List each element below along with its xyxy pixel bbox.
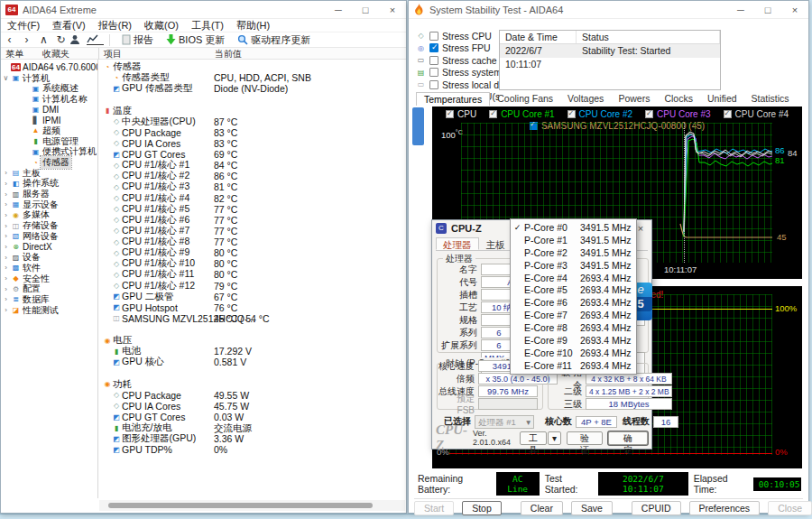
core-menu-item[interactable]: E-Core #8 2693.4 MHz — [511, 321, 636, 334]
tree-expander-icon[interactable]: › — [1, 200, 11, 209]
sensor-row[interactable]: ◇ CPU Package 83 °C — [99, 127, 405, 138]
log-row[interactable]: 2022/6/7 10:11:07 Stability Test: Starte… — [500, 44, 720, 58]
scrollbar-thumb[interactable] — [108, 503, 373, 508]
tools-button[interactable]: 工具 — [520, 431, 547, 445]
tree-expander-icon[interactable]: › — [1, 232, 11, 240]
tree-expander-icon[interactable]: › — [1, 222, 11, 230]
sensor-row[interactable]: ◩ GPU 核心 0.581 V — [99, 357, 405, 367]
close-icon[interactable]: × — [379, 1, 406, 19]
up-icon[interactable]: ∧ — [35, 33, 52, 46]
cpuz-tab[interactable]: 处理器 — [436, 237, 479, 250]
horizontal-scrollbar[interactable] — [99, 500, 405, 511]
graph-tab[interactable]: Statistics — [744, 92, 797, 106]
tree-expander-icon[interactable]: › — [1, 254, 11, 262]
tab-favorites[interactable]: 收藏夹 — [42, 48, 69, 60]
refresh-icon[interactable]: ↻ — [52, 33, 69, 46]
tree-expander-icon[interactable]: › — [1, 264, 11, 272]
tree-item[interactable]: ▣ DMI — [1, 105, 97, 116]
sensor-row[interactable]: ◩ 图形处理器(GPU) 3.36 W — [99, 433, 405, 444]
core-menu-item[interactable]: E-Core #9 2693.4 MHz — [511, 334, 636, 347]
sensor-row[interactable]: ◇ CPU IA Cores 45.75 W — [99, 401, 405, 412]
graph-tab[interactable]: Clocks — [657, 92, 700, 106]
sensor-row[interactable]: ◉ 功耗 — [99, 379, 405, 390]
tree-expander-icon[interactable]: › — [1, 274, 11, 283]
legend-checkbox[interactable] — [724, 110, 732, 118]
legend-checkbox[interactable] — [489, 110, 497, 118]
stability-titlebar[interactable]: System Stability Test - AIDA64 ─ □ × — [409, 1, 808, 19]
sensor-row[interactable]: ◩ GPU 传感器类型 Diode (NV-Diode) — [99, 83, 405, 94]
sensor-graph-icon[interactable] — [87, 34, 104, 45]
sensor-row[interactable]: ◩ GPU Hotspot 76 °C — [99, 302, 405, 313]
ok-button[interactable]: 确定 — [608, 431, 648, 445]
menu-item[interactable]: 收藏(O) — [138, 19, 185, 32]
menu-item[interactable]: 文件(F) — [1, 19, 46, 32]
log-col-datetime[interactable]: Date & Time — [500, 31, 577, 43]
tree-item[interactable]: › ▨ 设备 — [1, 252, 97, 263]
tools-dropdown-icon[interactable]: ▾ — [548, 431, 561, 445]
tree-expander-icon[interactable]: › — [1, 243, 11, 251]
tree-expander-icon[interactable]: › — [1, 306, 11, 314]
forward-icon[interactable]: › — [18, 33, 35, 46]
maximize-icon[interactable]: □ — [754, 1, 781, 19]
core-menu-item[interactable]: E-Core #5 2693.4 MHz — [511, 283, 636, 296]
sensor-row[interactable]: ◇ CPU IA Cores 83 °C — [99, 138, 405, 149]
user-icon[interactable] — [69, 34, 87, 45]
graph-tab[interactable]: Cooling Fans — [490, 92, 560, 106]
core-menu-item[interactable]: ✓ P-Core #0 3491.5 MHz — [511, 221, 636, 234]
column-value[interactable]: 当前值 — [215, 48, 242, 60]
save-button[interactable]: Save — [571, 501, 613, 515]
processor-select[interactable]: 处理器 #1 ▾ — [475, 415, 534, 429]
stress-checkbox[interactable] — [429, 43, 438, 52]
close-icon[interactable]: × — [781, 1, 808, 19]
log-col-status[interactable]: Status — [577, 31, 720, 43]
graph-tab[interactable]: Temperatures — [416, 92, 490, 106]
core-menu-item[interactable]: E-Core #6 2693.4 MHz — [511, 296, 636, 309]
graph-tab[interactable]: Voltages — [560, 92, 611, 106]
vertical-scrollbar-thumb[interactable] — [412, 107, 424, 145]
sensor-row[interactable]: ◇ CPU Package 49.55 W — [99, 390, 405, 401]
sensor-row[interactable]: ◉ 电压 — [99, 335, 405, 346]
graph-tab[interactable]: Powers — [611, 92, 657, 106]
clear-button[interactable]: Clear — [521, 501, 563, 515]
tree-expander-icon[interactable]: › — [1, 180, 11, 188]
tab-menu[interactable]: 菜单 — [5, 48, 23, 60]
cpuid-button[interactable]: CPUID — [632, 501, 681, 515]
maximize-icon[interactable]: □ — [352, 1, 379, 19]
core-menu-item[interactable]: E-Core #7 2693.4 MHz — [511, 309, 636, 321]
graph-tab[interactable]: Unified — [700, 92, 744, 106]
column-item[interactable]: 项目 — [104, 48, 122, 60]
legend-checkbox[interactable] — [446, 110, 454, 118]
stress-checkbox[interactable] — [429, 32, 438, 41]
core-menu-item[interactable]: E-Core #11 2693.4 MHz — [511, 359, 636, 372]
tree-expander-icon[interactable]: › — [1, 211, 11, 219]
core-menu-item[interactable]: E-Core #4 2693.4 MHz — [511, 272, 636, 284]
sensor-row[interactable]: ◫ SAMSUNG MZVL2512HCJQ-... 45 °C / 54 °C — [99, 313, 405, 324]
stress-checkbox[interactable] — [429, 80, 438, 89]
start-button[interactable]: Start — [414, 501, 454, 515]
minimize-icon[interactable]: ─ — [727, 1, 754, 19]
close-button[interactable]: Close — [768, 501, 812, 515]
sensor-row[interactable]: ◇ 中央处理器(CPU) 87 °C — [99, 116, 405, 127]
menu-item[interactable]: 帮助(H) — [230, 19, 276, 32]
bios-update-button[interactable]: BIOS 更新 — [160, 32, 231, 48]
stress-checkbox[interactable] — [429, 68, 438, 77]
sensor-row[interactable] — [99, 94, 405, 105]
sensor-row[interactable] — [99, 368, 405, 379]
menu-item[interactable]: 工具(T) — [185, 19, 230, 32]
sensor-row[interactable]: ◩ GPU TDP% 0% — [99, 444, 405, 455]
sensor-row[interactable]: ◩ GPU 二极管 67 °C — [99, 292, 405, 302]
tree-expander-icon[interactable]: ∨ — [1, 74, 11, 82]
tree-item[interactable]: › ◆ 安全性 — [1, 273, 97, 284]
core-menu-item[interactable]: P-Core #1 3491.5 MHz — [511, 234, 636, 246]
legend-checkbox[interactable] — [645, 110, 653, 118]
tree-expander-icon[interactable]: › — [1, 190, 11, 199]
core-menu-item[interactable]: P-Core #3 3491.5 MHz — [511, 259, 636, 272]
tree-item[interactable]: ◔ 传感器 — [1, 157, 97, 168]
core-menu-item[interactable]: P-Core #2 3491.5 MHz — [511, 246, 636, 259]
back-icon[interactable]: ‹ — [1, 33, 18, 46]
tree-item[interactable]: ▣ 计算机名称 — [1, 94, 97, 105]
cpuz-tab[interactable]: 主板 — [479, 237, 512, 250]
menu-item[interactable]: 报告(R) — [92, 19, 138, 32]
tree-item[interactable]: › ◪ 性能测试 — [1, 305, 97, 316]
tree-item[interactable]: › ⊗ DirectX — [1, 242, 97, 253]
